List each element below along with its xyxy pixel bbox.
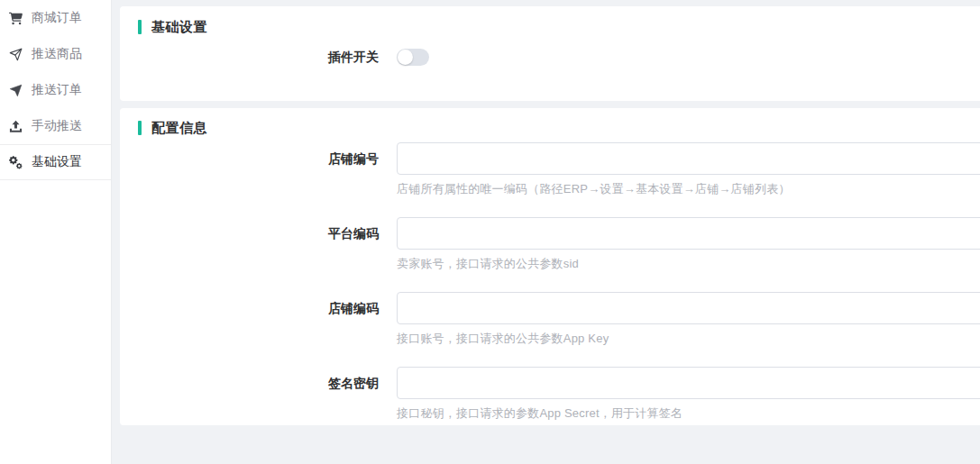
- plugin-switch-toggle[interactable]: [397, 49, 429, 66]
- section-accent-bar: [138, 20, 142, 34]
- platform-code-label: 平台编码: [120, 217, 397, 250]
- sidebar-item-label: 基础设置: [32, 154, 82, 170]
- sidebar-item-push-orders[interactable]: 推送订单: [0, 72, 111, 108]
- platform-code-input[interactable]: [397, 217, 980, 250]
- platform-code-row: 平台编码 卖家账号，接口请求的公共参数sid: [120, 217, 980, 272]
- shop-code-label: 店铺编码: [120, 292, 397, 324]
- main-content: 基础设置 插件开关 配置信息 店铺编号 店铺所有属性的唯一编码（路径ERP→设置…: [112, 0, 980, 464]
- section-title-text: 配置信息: [151, 120, 207, 137]
- sign-secret-row: 签名密钥 接口秘钥，接口请求的参数App Secret，用于计算签名: [120, 367, 980, 422]
- config-info-card: 配置信息 店铺编号 店铺所有属性的唯一编码（路径ERP→设置→基本设置→店铺→店…: [120, 108, 980, 425]
- sign-secret-input[interactable]: [397, 367, 980, 399]
- shop-number-label: 店铺编号: [120, 142, 397, 175]
- sidebar-item-label: 推送订单: [32, 82, 82, 98]
- cogs-icon: [8, 155, 23, 170]
- config-info-section-title: 配置信息: [120, 121, 980, 135]
- basic-settings-card: 基础设置 插件开关: [120, 6, 980, 101]
- sidebar-item-basic-settings[interactable]: 基础设置: [0, 144, 111, 180]
- shop-number-row: 店铺编号 店铺所有属性的唯一编码（路径ERP→设置→基本设置→店铺→店铺列表）: [120, 142, 980, 197]
- sidebar-item-push-products[interactable]: 推送商品: [0, 36, 111, 72]
- sidebar-item-mall-orders[interactable]: 商城订单: [0, 0, 111, 36]
- plugin-switch-label: 插件开关: [120, 49, 397, 66]
- plugin-switch-row: 插件开关: [120, 49, 980, 66]
- sidebar-item-manual-push[interactable]: 手动推送: [0, 108, 111, 144]
- shop-code-input[interactable]: [397, 292, 980, 324]
- section-title-text: 基础设置: [151, 19, 207, 36]
- upload-icon: [8, 119, 23, 134]
- platform-code-hint: 卖家账号，接口请求的公共参数sid: [397, 256, 980, 272]
- shop-number-input[interactable]: [397, 142, 980, 175]
- sign-secret-hint: 接口秘钥，接口请求的参数App Secret，用于计算签名: [397, 405, 980, 422]
- shop-code-row: 店铺编码 接口账号，接口请求的公共参数App Key: [120, 292, 980, 347]
- sidebar-item-label: 推送商品: [32, 46, 82, 62]
- sidebar-item-label: 商城订单: [32, 10, 82, 26]
- shop-number-hint: 店铺所有属性的唯一编码（路径ERP→设置→基本设置→店铺→店铺列表）: [397, 181, 980, 197]
- sidebar-item-label: 手动推送: [32, 118, 82, 134]
- shop-code-hint: 接口账号，接口请求的公共参数App Key: [397, 331, 980, 347]
- plugin-switch-knob: [398, 50, 413, 65]
- sign-secret-label: 签名密钥: [120, 367, 397, 399]
- section-accent-bar: [138, 121, 142, 135]
- basic-settings-section-title: 基础设置: [120, 20, 980, 34]
- sidebar: 商城订单 推送商品 推送订单 手动推送 基础设: [0, 0, 112, 464]
- config-fields: 店铺编号 店铺所有属性的唯一编码（路径ERP→设置→基本设置→店铺→店铺列表） …: [120, 142, 980, 422]
- paper-plane-icon: [8, 83, 23, 98]
- paper-plane-outline-icon: [8, 47, 23, 62]
- shopping-cart-icon: [8, 11, 23, 26]
